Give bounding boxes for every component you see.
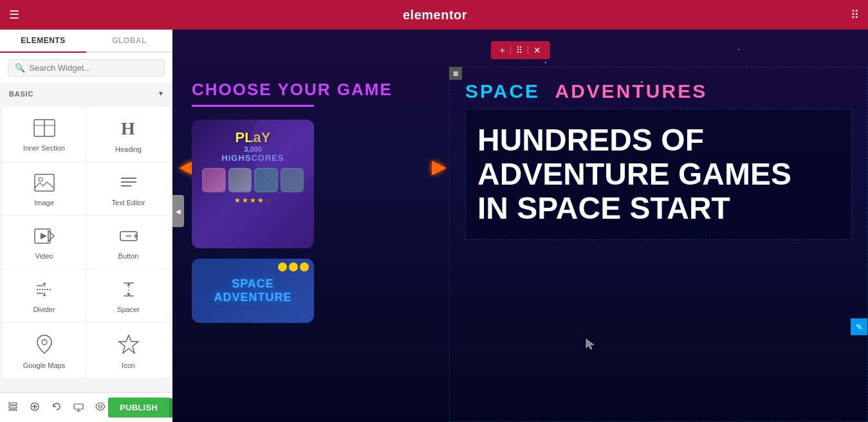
game-thumb-3 (254, 168, 278, 192)
video-label: Video (35, 252, 53, 260)
star-5-empty: ★ (265, 196, 272, 205)
big-text-box: HUNDREDS OFADVENTURE GAMESIN SPACE START (465, 109, 852, 240)
badge-2 (289, 262, 298, 271)
cursor-indicator (585, 338, 595, 353)
svg-rect-33 (9, 409, 17, 410)
spacer-label: Spacer (117, 306, 140, 313)
divider-label: Divider (33, 306, 55, 313)
svg-text:H: H (121, 118, 135, 138)
publish-button[interactable]: PUBLISH (108, 398, 169, 417)
collapse-icon[interactable]: ▾ (159, 89, 163, 98)
publish-button-group: PUBLISH ▲ (108, 398, 172, 417)
bottom-icons (5, 399, 108, 417)
text-editor-icon (118, 174, 139, 195)
svg-point-29 (42, 340, 47, 345)
canvas-background: + ⠿ ✕ CHOOSE YOUR GAME ◀ (172, 30, 868, 422)
space-title: SPACE ADVENTURES (465, 80, 852, 102)
left-content-panel: CHOOSE YOUR GAME ◀ PLaY 3,000 HiGHSCORES (172, 67, 449, 336)
button-widget-icon (118, 227, 139, 248)
elementor-logo: elementor (403, 8, 467, 23)
search-area: 🔍 (0, 53, 172, 83)
image-label: Image (34, 199, 54, 206)
big-heading-text: HUNDREDS OFADVENTURE GAMESIN SPACE START (477, 124, 840, 225)
section-toolbar: + ⠿ ✕ (490, 41, 549, 59)
icon-widget-icon (118, 334, 139, 358)
widget-video[interactable]: Video (3, 216, 86, 268)
basic-label: BASIC (9, 90, 33, 98)
svg-rect-37 (74, 404, 83, 409)
divider-icon (34, 280, 55, 302)
heading-label: Heading (115, 145, 142, 153)
svg-rect-31 (9, 403, 17, 405)
widget-inner-section[interactable]: Inner Section (3, 107, 86, 161)
svg-rect-32 (9, 406, 17, 408)
game-card-2[interactable]: SPACEADVENTURE (192, 259, 314, 323)
toolbar-divider (510, 46, 511, 55)
widget-image[interactable]: Image (3, 163, 86, 215)
section-add-button[interactable]: + (495, 44, 508, 57)
svg-marker-11 (41, 233, 47, 239)
canvas-area: + ⠿ ✕ CHOOSE YOUR GAME ◀ (172, 30, 868, 422)
game-card-1[interactable]: PLaY 3,000 HiGHSCORES ★ ★ (192, 120, 314, 248)
widget-button[interactable]: Button (87, 216, 170, 268)
sidebar-collapse-handle[interactable]: ◀ (172, 195, 184, 227)
right-content-panel: SPACE ADVENTURES ✎ HUNDREDS OFADVENTURE … (449, 67, 868, 422)
widget-google-maps[interactable]: Google Maps (3, 323, 86, 378)
hide-icon[interactable] (93, 399, 108, 417)
widgets-grid: Inner Section H Heading (0, 104, 172, 380)
svg-marker-23 (42, 295, 46, 297)
widget-spacer[interactable]: Spacer (87, 270, 170, 322)
widget-icon[interactable]: Icon (87, 323, 170, 378)
widget-heading[interactable]: H Heading (87, 107, 170, 161)
button-label: Button (118, 252, 139, 260)
svg-marker-22 (42, 282, 46, 284)
bottom-bar: PUBLISH ▲ (0, 392, 172, 422)
tab-elements[interactable]: ELEMENTS (0, 30, 86, 53)
layers-icon[interactable] (5, 399, 21, 417)
tab-global[interactable]: GLOBAL (86, 30, 172, 51)
main-layout: ELEMENTS GLOBAL 🔍 BASIC ▾ (0, 30, 868, 422)
heading-icon: H (118, 118, 139, 142)
star-4: ★ (257, 196, 264, 205)
text-editor-label: Text Editor (112, 199, 145, 206)
video-icon (34, 227, 55, 248)
space-card-text: SPACEADVENTURE (214, 277, 291, 304)
undo-icon[interactable] (49, 399, 64, 417)
hamburger-menu-icon[interactable]: ☰ (9, 8, 19, 22)
search-input[interactable] (29, 63, 158, 73)
star-decoration (738, 49, 739, 50)
sidebar-tabs: ELEMENTS GLOBAL (0, 30, 172, 53)
choose-underline (192, 105, 314, 107)
star-1: ★ (234, 196, 241, 205)
add-section-icon[interactable] (27, 399, 42, 417)
next-arrow[interactable]: ▶ (432, 155, 447, 178)
apps-grid-icon[interactable]: ⠿ (851, 8, 859, 22)
game-thumb-4 (281, 168, 304, 192)
sidebar: ELEMENTS GLOBAL 🔍 BASIC ▾ (0, 30, 172, 422)
inner-section-icon (33, 119, 55, 140)
column-handle[interactable]: ▦ (449, 67, 462, 80)
widget-divider[interactable]: Divider (3, 270, 86, 322)
edit-corner-button[interactable]: ✎ (851, 318, 867, 335)
card-badges (278, 262, 309, 271)
game-icons (202, 168, 304, 192)
svg-marker-10 (48, 231, 54, 241)
game-thumb-1 (202, 168, 226, 192)
space-word-1: SPACE (465, 80, 540, 102)
game-cards-row: ◀ PLaY 3,000 HiGHSCORES (192, 120, 430, 248)
section-move-handle[interactable]: ⠿ (512, 44, 526, 57)
top-bar: ☰ elementor ⠿ (0, 0, 868, 30)
google-maps-label: Google Maps (23, 362, 65, 369)
basic-section-header: BASIC ▾ (0, 83, 172, 104)
responsive-icon[interactable] (71, 399, 86, 417)
image-icon (34, 174, 55, 195)
section-delete-button[interactable]: ✕ (530, 44, 545, 57)
svg-rect-4 (35, 174, 54, 191)
svg-marker-30 (119, 335, 138, 353)
google-maps-icon (35, 334, 54, 358)
spacer-icon (118, 280, 139, 302)
widget-text-editor[interactable]: Text Editor (87, 163, 170, 215)
search-icon: 🔍 (15, 63, 25, 73)
star-decoration (545, 62, 546, 63)
search-box: 🔍 (8, 59, 165, 77)
